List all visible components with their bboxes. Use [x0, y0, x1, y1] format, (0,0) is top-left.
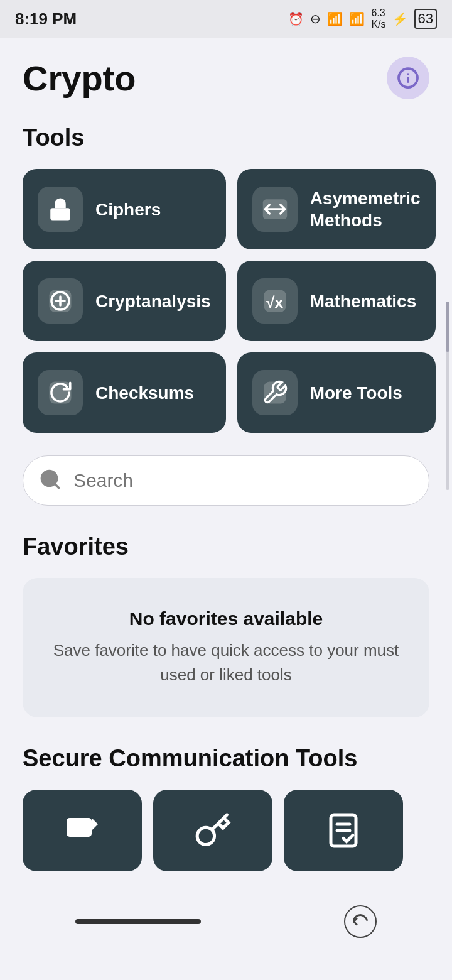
tool-card-checksums[interactable]: Checksums — [23, 352, 226, 433]
sqrt-icon: √x — [262, 288, 288, 314]
cryptanalysis-label: Cryptanalysis — [95, 290, 211, 312]
tool-icon-wrap-asymmetric — [252, 187, 298, 232]
nav-back-button[interactable] — [344, 905, 377, 938]
status-bar: 8:19 PM ⏰ ⊖ 📶 📶 6.3K/s ⚡ 63 — [0, 0, 452, 38]
more-tools-label: More Tools — [310, 382, 402, 404]
favorites-section-title: Favorites — [23, 533, 429, 560]
secure-communication-section: Secure Communication Tools ★ — [23, 745, 429, 871]
tool-card-mathematics[interactable]: √x Mathematics — [237, 261, 436, 341]
key-icon — [194, 812, 232, 849]
page-title: Crypto — [23, 58, 136, 99]
tool-icon-wrap-mathematics: √x — [252, 278, 298, 324]
info-button[interactable] — [387, 57, 429, 99]
alarm-icon: ⏰ — [288, 11, 304, 26]
status-icons: ⏰ ⊖ 📶 📶 6.3K/s ⚡ 63 — [288, 8, 437, 30]
minus-icon: ⊖ — [310, 11, 321, 26]
signal-icon: 📶 — [349, 11, 365, 26]
tool-card-asymmetric[interactable]: Asymemetric Methods — [237, 169, 436, 249]
favorites-empty-card: No favorites available Save favorite to … — [23, 578, 429, 717]
status-time: 8:19 PM — [15, 9, 77, 29]
tool-icon-wrap-ciphers — [38, 187, 83, 232]
battery-icon: 63 — [414, 9, 437, 29]
tool-card-ciphers[interactable]: Ciphers — [23, 169, 226, 249]
secure-card-1[interactable]: ★ — [23, 790, 142, 871]
charging-icon: ⚡ — [392, 11, 408, 26]
document-icon — [325, 812, 362, 849]
nav-back-icon — [352, 913, 369, 930]
scrollbar-thumb[interactable] — [446, 302, 449, 352]
tools-grid: Ciphers Asymemetric Methods — [23, 169, 429, 433]
svg-rect-12 — [264, 382, 286, 404]
svg-rect-3 — [50, 208, 70, 220]
asymmetric-label: Asymemetric Methods — [310, 187, 421, 231]
search-icon — [39, 468, 62, 493]
flag-star-icon: ★ — [63, 812, 101, 849]
tool-icon-wrap-more-tools — [252, 370, 298, 415]
nav-home-pill[interactable] — [75, 919, 201, 924]
favorites-section: Favorites No favorites available Save fa… — [23, 533, 429, 717]
secure-cards-row: ★ — [23, 790, 429, 871]
speed-icon: 6.3K/s — [371, 8, 385, 30]
svg-line-14 — [55, 484, 59, 488]
page-header: Crypto — [23, 57, 429, 99]
secure-card-2[interactable] — [153, 790, 272, 871]
secure-card-3[interactable] — [284, 790, 403, 871]
svg-text:★: ★ — [72, 822, 83, 836]
swap-icon — [262, 196, 288, 222]
mathematics-label: Mathematics — [310, 290, 417, 312]
refresh-icon — [47, 379, 73, 406]
favorites-empty-title: No favorites available — [45, 608, 407, 629]
info-icon — [397, 67, 419, 89]
tool-icon-wrap-cryptanalysis — [38, 278, 83, 324]
ciphers-label: Ciphers — [95, 199, 161, 220]
tool-card-more-tools[interactable]: More Tools — [237, 352, 436, 433]
search-input[interactable] — [23, 455, 429, 506]
tool-card-cryptanalysis[interactable]: Cryptanalysis — [23, 261, 226, 341]
scrollbar-track[interactable] — [446, 302, 449, 490]
tool-icon-wrap-checksums — [38, 370, 83, 415]
search-container — [23, 455, 429, 506]
add-circle-icon — [47, 288, 73, 314]
checksums-label: Checksums — [95, 382, 194, 404]
wrench-icon — [262, 379, 288, 406]
tools-section-title: Tools — [23, 124, 429, 151]
secure-section-title: Secure Communication Tools — [23, 745, 429, 772]
favorites-empty-text: Save favorite to have quick access to yo… — [45, 638, 407, 687]
bottom-nav — [0, 896, 452, 947]
svg-text:√x: √x — [266, 294, 283, 311]
lock-icon — [47, 196, 73, 222]
wifi-icon: 📶 — [327, 11, 343, 26]
